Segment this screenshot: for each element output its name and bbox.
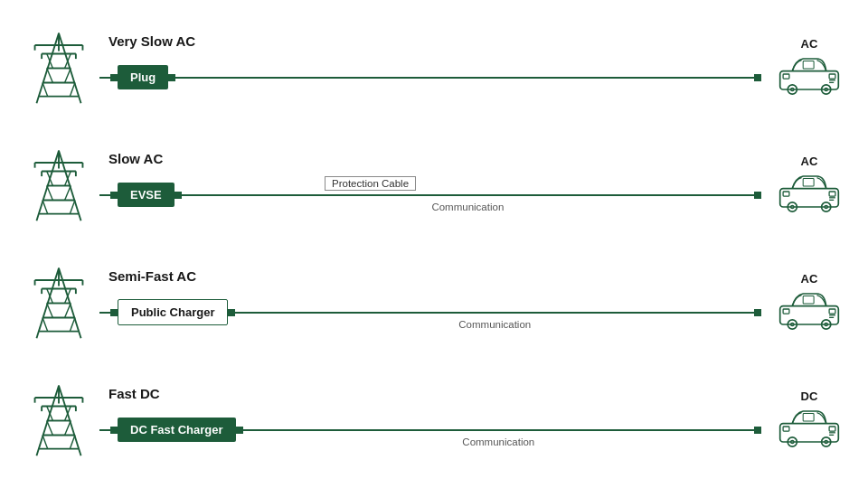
communication-label: Communication [431, 202, 504, 212]
communication-label: Communication [462, 436, 534, 447]
tower [18, 147, 99, 224]
tower [18, 265, 99, 342]
connector-end [754, 192, 761, 199]
svg-line-63 [47, 303, 53, 317]
connector-end [754, 74, 761, 81]
svg-line-6 [65, 68, 71, 82]
ac-dc-label: AC [801, 37, 818, 51]
svg-rect-78 [803, 296, 814, 304]
ac-dc-label: AC [801, 272, 818, 286]
diagram-container: Very Slow ACPlugAC [0, 0, 868, 488]
tower-icon [26, 382, 91, 459]
connector-end [754, 427, 761, 434]
middle-section: Slow ACEVSEProtection CableCommunication [99, 151, 761, 220]
middle-section: Semi-Fast ACPublic ChargerCommunication [99, 268, 761, 337]
charger-box: DC Fast Charger [118, 418, 236, 442]
charger-box: Public Charger [118, 299, 228, 325]
svg-line-36 [42, 200, 48, 213]
tower-icon [26, 265, 91, 342]
svg-line-37 [70, 200, 75, 213]
row-semi-fast-ac: Semi-Fast ACPublic ChargerCommunicationA… [0, 249, 868, 357]
svg-line-93 [65, 420, 71, 435]
svg-line-7 [42, 82, 48, 96]
connector-left [110, 309, 118, 316]
tower-icon [26, 147, 91, 224]
tower [18, 30, 99, 107]
svg-line-34 [47, 185, 53, 200]
connector-right [175, 192, 182, 199]
svg-rect-20 [803, 61, 814, 69]
connector-right [168, 74, 175, 81]
svg-rect-109 [783, 427, 789, 431]
connection-area: Plug [99, 52, 761, 102]
communication-label: Communication [458, 319, 531, 330]
svg-line-64 [65, 303, 71, 317]
svg-rect-22 [783, 74, 789, 79]
svg-rect-50 [829, 192, 835, 196]
svg-rect-49 [803, 178, 814, 186]
connection-area: EVSEProtection CableCommunication [99, 170, 761, 220]
svg-rect-108 [829, 427, 835, 431]
ac-dc-label: AC [801, 155, 818, 168]
ac-dc-label: DC [801, 389, 818, 403]
svg-line-5 [47, 68, 53, 82]
svg-line-94 [42, 435, 48, 448]
svg-rect-107 [803, 413, 814, 421]
svg-line-66 [70, 317, 75, 331]
connector-left [110, 427, 118, 434]
car-area: DC [769, 389, 850, 452]
row-fast-dc: Fast DCDC Fast ChargerCommunicationDC [0, 366, 868, 474]
connector-right [228, 309, 235, 316]
tower-icon [26, 30, 91, 107]
svg-rect-51 [783, 192, 789, 196]
row-title: Very Slow AC [99, 33, 195, 49]
svg-line-95 [70, 435, 75, 448]
car-area: AC [769, 272, 850, 334]
middle-section: Fast DCDC Fast ChargerCommunication [99, 386, 761, 455]
connector-right [236, 427, 243, 434]
car-icon [778, 170, 840, 213]
car-icon [778, 405, 840, 448]
tower [18, 382, 99, 459]
charger-box: EVSE [118, 183, 175, 207]
car-area: AC [769, 155, 850, 217]
row-very-slow-ac: Very Slow ACPlugAC [0, 14, 868, 122]
connector-end [754, 309, 761, 316]
svg-line-65 [42, 317, 48, 331]
row-title: Fast DC [99, 386, 160, 401]
connection-area: DC Fast ChargerCommunication [99, 405, 761, 455]
svg-rect-79 [829, 309, 835, 314]
row-title: Semi-Fast AC [99, 268, 196, 284]
svg-line-35 [65, 185, 71, 200]
connector-left [110, 74, 118, 81]
middle-section: Very Slow ACPlug [99, 33, 761, 102]
svg-line-8 [70, 82, 75, 96]
car-area: AC [769, 37, 850, 99]
svg-rect-80 [783, 309, 789, 314]
connector-left [110, 192, 118, 199]
svg-line-92 [47, 420, 53, 435]
protection-cable-label: Protection Cable [325, 176, 416, 191]
car-icon [778, 287, 840, 331]
charger-box: Plug [118, 65, 168, 89]
car-icon [778, 52, 840, 96]
row-title: Slow AC [99, 151, 163, 166]
connection-area: Public ChargerCommunication [99, 287, 761, 337]
row-slow-ac: Slow ACEVSEProtection CableCommunication… [0, 131, 868, 239]
svg-rect-21 [829, 74, 835, 79]
